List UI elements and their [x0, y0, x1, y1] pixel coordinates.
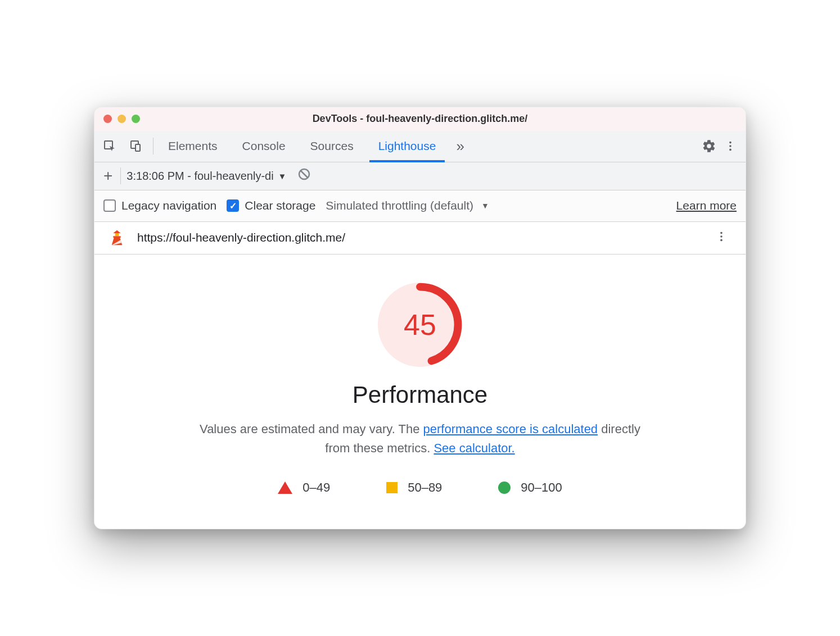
- lighthouse-url-bar: https://foul-heavenly-direction.glitch.m…: [94, 222, 746, 255]
- performance-gauge[interactable]: 45: [378, 283, 462, 367]
- report-url: https://foul-heavenly-direction.glitch.m…: [137, 231, 699, 244]
- inspect-element-icon[interactable]: [101, 138, 118, 155]
- circle-icon: [498, 481, 511, 494]
- device-toolbar-icon[interactable]: [127, 138, 144, 155]
- tab-elements[interactable]: Elements: [156, 131, 230, 162]
- svg-point-5: [729, 149, 731, 151]
- legacy-navigation-checkbox[interactable]: Legacy navigation: [103, 199, 216, 212]
- see-calculator-link[interactable]: See calculator.: [433, 441, 514, 455]
- clear-storage-checkbox[interactable]: ✓ Clear storage: [227, 199, 315, 212]
- maximize-icon[interactable]: [132, 115, 140, 123]
- square-icon: [386, 482, 398, 493]
- report-description: Values are estimated and may vary. The p…: [189, 420, 651, 458]
- report-title: Performance: [117, 381, 723, 408]
- minimize-icon[interactable]: [118, 115, 126, 123]
- legend-fail-label: 0–49: [302, 480, 330, 495]
- learn-more-link[interactable]: Learn more: [676, 199, 737, 212]
- legend-pass: 90–100: [498, 480, 562, 495]
- separator: [120, 167, 121, 184]
- throttling-select[interactable]: Simulated throttling (default) ▼: [326, 199, 489, 212]
- perf-score-link[interactable]: performance score is calculated: [423, 422, 598, 436]
- legend-avg-label: 50–89: [408, 480, 442, 495]
- kebab-menu-icon[interactable]: [722, 138, 739, 155]
- lighthouse-icon: [108, 229, 126, 247]
- svg-point-10: [720, 232, 722, 234]
- devtools-tabs-bar: Elements Console Sources Lighthouse »: [94, 131, 746, 162]
- separator: [153, 138, 153, 155]
- chevron-down-icon: ▼: [278, 171, 287, 181]
- devtools-tabs: Elements Console Sources Lighthouse »: [156, 131, 472, 162]
- checkbox-icon: [103, 199, 116, 212]
- lighthouse-report: 45 Performance Values are estimated and …: [94, 255, 746, 529]
- run-select[interactable]: 3:18:06 PM - foul-heavenly-di ▼: [127, 170, 286, 183]
- lighthouse-runs-bar: + 3:18:06 PM - foul-heavenly-di ▼: [94, 162, 746, 190]
- devtools-window: DevTools - foul-heavenly-direction.glitc…: [94, 107, 746, 529]
- tab-sources[interactable]: Sources: [298, 131, 366, 162]
- svg-point-4: [729, 146, 731, 148]
- more-tabs-icon[interactable]: »: [448, 131, 472, 162]
- triangle-icon: [278, 481, 292, 494]
- gear-icon[interactable]: [701, 138, 717, 155]
- svg-point-11: [720, 236, 722, 238]
- legend-fail: 0–49: [278, 480, 330, 495]
- report-desc-text: Values are estimated and may vary. The: [200, 422, 423, 436]
- legend-average: 50–89: [386, 480, 442, 495]
- throttling-label: Simulated throttling (default): [326, 199, 473, 212]
- run-select-label: 3:18:06 PM - foul-heavenly-di: [127, 170, 273, 183]
- score-legend: 0–49 50–89 90–100: [117, 480, 723, 495]
- svg-point-12: [720, 239, 722, 242]
- clear-storage-label: Clear storage: [245, 199, 315, 212]
- tab-lighthouse[interactable]: Lighthouse: [366, 131, 449, 162]
- svg-rect-8: [115, 233, 119, 236]
- legend-pass-label: 90–100: [521, 480, 562, 495]
- traffic-lights: [103, 115, 140, 123]
- titlebar: DevTools - foul-heavenly-direction.glitc…: [94, 107, 746, 131]
- new-run-button[interactable]: +: [101, 168, 115, 184]
- legacy-navigation-label: Legacy navigation: [121, 199, 216, 212]
- report-menu-icon[interactable]: [711, 230, 732, 245]
- chevron-down-icon: ▼: [481, 201, 489, 210]
- window-title: DevTools - foul-heavenly-direction.glitc…: [94, 113, 746, 125]
- svg-point-3: [729, 142, 731, 144]
- svg-line-7: [301, 171, 308, 178]
- tab-console[interactable]: Console: [230, 131, 298, 162]
- clear-run-icon[interactable]: [297, 167, 311, 184]
- svg-rect-2: [136, 144, 140, 151]
- lighthouse-options-bar: Legacy navigation ✓ Clear storage Simula…: [94, 190, 746, 222]
- svg-rect-9: [113, 237, 120, 238]
- performance-score: 45: [378, 283, 462, 367]
- close-icon[interactable]: [103, 115, 112, 123]
- checkbox-checked-icon: ✓: [227, 199, 239, 212]
